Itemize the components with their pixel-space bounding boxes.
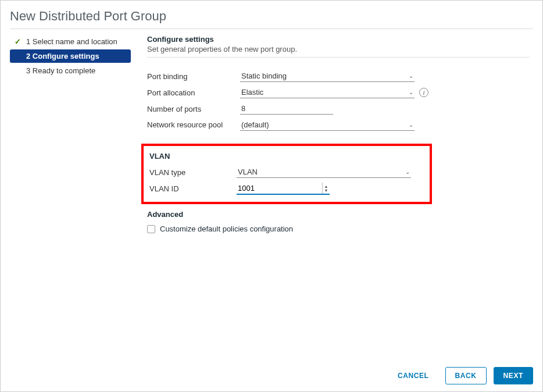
port-binding-label: Port binding bbox=[147, 72, 240, 81]
check-icon: ✓ bbox=[15, 66, 23, 75]
check-icon: ✓ bbox=[15, 37, 23, 46]
step-select-name-location[interactable]: ✓ 1 Select name and location bbox=[10, 35, 131, 48]
number-of-ports-label: Number of ports bbox=[147, 105, 240, 113]
row-vlan-id: VLAN ID ▲ ▼ bbox=[149, 183, 424, 195]
cancel-button[interactable]: CANCEL bbox=[388, 368, 438, 384]
section-description: Set general properties of the new port g… bbox=[147, 45, 530, 54]
network-resource-pool-label: Network resource pool bbox=[147, 119, 240, 131]
title-separator bbox=[10, 28, 533, 29]
customize-policies-checkbox[interactable] bbox=[147, 225, 155, 233]
row-port-allocation: Port allocation Elastic ⌄ i bbox=[147, 87, 530, 98]
section-heading: Configure settings bbox=[147, 35, 530, 44]
network-resource-pool-select[interactable]: (default) bbox=[240, 119, 415, 131]
main-panel: Configure settings Set general propertie… bbox=[147, 35, 533, 233]
step-configure-settings[interactable]: ✓ 2 Configure settings bbox=[10, 49, 131, 63]
vlan-highlight-box: VLAN VLAN type VLAN ⌄ VLAN ID bbox=[141, 144, 432, 204]
port-allocation-select[interactable]: Elastic bbox=[240, 87, 415, 98]
new-distributed-port-group-dialog: New Distributed Port Group ✓ 1 Select na… bbox=[0, 0, 543, 392]
stepper-up-icon[interactable]: ▲ bbox=[323, 184, 330, 188]
customize-policies-label: Customize default policies configuration bbox=[160, 224, 293, 233]
check-icon: ✓ bbox=[15, 52, 23, 60]
vlan-type-select[interactable]: VLAN bbox=[237, 166, 411, 178]
vlan-id-input[interactable] bbox=[237, 183, 322, 194]
vlan-heading: VLAN bbox=[149, 152, 424, 161]
dialog-content: ✓ 1 Select name and location ✓ 2 Configu… bbox=[10, 35, 533, 233]
advanced-heading: Advanced bbox=[147, 210, 530, 219]
number-of-ports-input[interactable] bbox=[240, 103, 333, 115]
vlan-id-stepper[interactable]: ▲ ▼ bbox=[322, 183, 330, 194]
row-number-of-ports: Number of ports bbox=[147, 103, 530, 115]
port-binding-select[interactable]: Static binding bbox=[240, 70, 415, 82]
step-label: 3 Ready to complete bbox=[26, 66, 95, 75]
wizard-steps: ✓ 1 Select name and location ✓ 2 Configu… bbox=[10, 35, 131, 233]
row-customize-policies[interactable]: Customize default policies configuration bbox=[147, 224, 530, 233]
step-label: 1 Select name and location bbox=[26, 37, 117, 46]
row-vlan-type: VLAN type VLAN ⌄ bbox=[149, 166, 424, 178]
port-allocation-label: Port allocation bbox=[147, 88, 240, 97]
back-button[interactable]: BACK bbox=[445, 367, 487, 384]
step-label: 2 Configure settings bbox=[26, 52, 99, 60]
step-ready-to-complete[interactable]: ✓ 3 Ready to complete bbox=[10, 64, 131, 77]
vlan-type-label: VLAN type bbox=[149, 168, 237, 177]
dialog-footer: CANCEL BACK NEXT bbox=[388, 367, 533, 384]
vlan-id-label: VLAN ID bbox=[149, 184, 237, 193]
dialog-title: New Distributed Port Group bbox=[10, 9, 533, 24]
info-icon[interactable]: i bbox=[419, 88, 428, 97]
row-network-resource-pool: Network resource pool (default) ⌄ bbox=[147, 119, 530, 131]
stepper-down-icon[interactable]: ▼ bbox=[323, 188, 330, 193]
section-separator bbox=[147, 57, 530, 58]
row-port-binding: Port binding Static binding ⌄ bbox=[147, 70, 530, 82]
next-button[interactable]: NEXT bbox=[494, 367, 533, 384]
